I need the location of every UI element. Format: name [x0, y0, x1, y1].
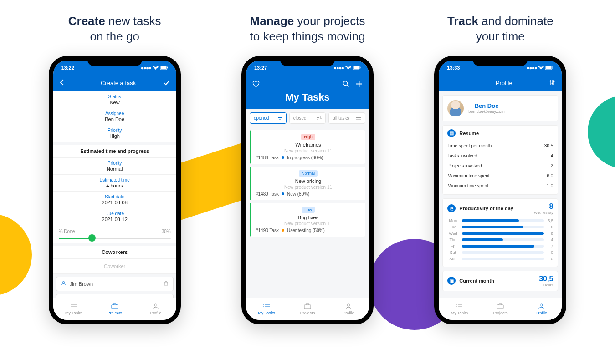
confirm-icon[interactable]: [164, 79, 170, 87]
calendar-icon: ▣: [447, 277, 456, 285]
svg-rect-7: [353, 66, 359, 69]
tab-projects[interactable]: Projects: [94, 298, 135, 320]
tab-projects[interactable]: Projects: [480, 298, 521, 320]
resume-row: Minimum time spent1.0: [447, 181, 553, 191]
resume-row: Maximum time spent6.0: [447, 171, 553, 181]
svg-point-16: [552, 82, 553, 84]
filter-closed[interactable]: closed: [289, 112, 326, 124]
resume-row: Projects involved2: [447, 161, 553, 171]
duedate-field[interactable]: Due date2021-03-12: [53, 208, 176, 225]
tab-mytasks[interactable]: My Tasks: [53, 298, 94, 320]
estimated-field[interactable]: Estimated time4 hours: [53, 175, 176, 192]
panel-manage: Manage your projects to keep things movi…: [216, 14, 399, 324]
heart-icon[interactable]: [252, 81, 260, 89]
resume-card: ▦ Resume Time spent per month30,5Tasks i…: [442, 125, 558, 195]
coworker-chip[interactable]: Jim Brown: [56, 277, 174, 291]
form-body: StatusNew AssigneeBen Doe PriorityHigh E…: [53, 91, 176, 298]
resume-row: Tasks involved4: [447, 151, 553, 161]
section-estimated: Estimated time and progress: [53, 142, 176, 158]
settings-icon[interactable]: [549, 79, 555, 87]
signal-icon: ●●●●: [141, 65, 151, 71]
screen-title: Profile: [459, 80, 549, 86]
day-row: Tue6: [447, 225, 553, 229]
month-card: ▣ Current month 30,5Hours: [442, 271, 558, 291]
done-slider[interactable]: % Done30%: [53, 225, 176, 243]
svg-point-17: [554, 81, 555, 82]
task-card[interactable]: High Wireframes New product version 11 #…: [250, 130, 365, 164]
trash-icon[interactable]: [164, 281, 169, 287]
status-field[interactable]: StatusNew: [53, 91, 176, 108]
svg-point-19: [540, 304, 543, 306]
battery-icon: [160, 65, 168, 71]
svg-rect-13: [546, 66, 552, 69]
phone-frame: 13:27 ●●●● My Tasks opened: [241, 56, 374, 324]
menu-icon: [356, 116, 361, 121]
headline-create: Create new tasks on the go: [24, 14, 206, 45]
day-row: Fri7: [447, 244, 553, 248]
day-row: Wed8: [447, 231, 553, 236]
coworker-input[interactable]: Coworker: [53, 259, 176, 274]
tab-projects[interactable]: Projects: [287, 298, 328, 320]
headline-manage: Manage your projects to keep things movi…: [216, 14, 399, 45]
filter-opened[interactable]: opened: [250, 112, 287, 124]
svg-point-3: [62, 281, 64, 283]
tab-profile[interactable]: Profile: [328, 298, 369, 320]
svg-rect-18: [497, 305, 503, 309]
panel-track: Track and dominate your time 13:33 ●●●● …: [409, 14, 591, 324]
tab-bar: My Tasks Projects Profile: [439, 298, 562, 320]
priority2-field[interactable]: PriorityNormal: [53, 158, 176, 175]
svg-point-5: [154, 304, 157, 306]
day-row: Sat0: [447, 250, 553, 255]
tab-mytasks[interactable]: My Tasks: [246, 298, 287, 320]
assignee-field[interactable]: AssigneeBen Doe: [53, 108, 176, 125]
navbar: Profile: [439, 75, 562, 91]
priority-field[interactable]: PriorityHigh: [53, 125, 176, 142]
chart-icon: ◔: [447, 204, 456, 212]
user-icon: [61, 281, 66, 287]
tab-profile[interactable]: Profile: [521, 298, 562, 320]
search-icon[interactable]: [343, 81, 349, 89]
sort-icon: [317, 116, 322, 121]
panel-create: Create new tasks on the go 13:22 ●●●● Cr…: [24, 14, 206, 324]
filter-icon: [277, 116, 282, 121]
task-list: High Wireframes New product version 11 #…: [246, 127, 369, 298]
filter-tabs: opened closed all tasks: [246, 109, 369, 127]
headline-track: Track and dominate your time: [409, 14, 591, 45]
resume-icon: ▦: [447, 129, 456, 137]
phone-frame: 13:33 ●●●● Profile Ben Doe ben.doe@easy.…: [434, 56, 566, 324]
tasks-header: My Tasks: [246, 91, 369, 109]
svg-point-11: [347, 304, 349, 306]
day-row: Mon5,5: [447, 218, 553, 223]
tab-mytasks[interactable]: My Tasks: [439, 298, 480, 320]
back-icon[interactable]: [60, 79, 64, 87]
status-time: 13:22: [62, 65, 74, 71]
svg-point-15: [550, 80, 551, 81]
wifi-icon: [538, 65, 544, 71]
navbar: Create a task: [53, 75, 176, 91]
wifi-icon: [345, 65, 351, 71]
status-time: 13:33: [447, 65, 460, 71]
svg-rect-4: [112, 305, 118, 309]
wifi-icon: [153, 65, 159, 71]
signal-icon: ●●●●: [527, 65, 537, 71]
tab-profile[interactable]: Profile: [135, 298, 176, 320]
plus-icon[interactable]: [356, 81, 363, 89]
attach-button[interactable]: Attach file: [56, 294, 174, 298]
battery-icon: [545, 65, 554, 71]
avatar: [447, 100, 464, 116]
startdate-field[interactable]: Start date2021-03-08: [53, 192, 176, 208]
filter-all[interactable]: all tasks: [328, 112, 365, 124]
svg-rect-10: [304, 305, 311, 309]
profile-header[interactable]: Ben Doe ben.doe@easy.com: [442, 95, 558, 121]
svg-rect-1: [160, 66, 166, 69]
task-card[interactable]: Low Bug fixes New product version 11 #14…: [250, 203, 365, 237]
task-card[interactable]: Normal New pricing New product version 1…: [250, 167, 365, 200]
status-time: 13:27: [254, 65, 267, 71]
screen-title: Create a task: [73, 80, 164, 86]
svg-rect-8: [360, 66, 361, 68]
signal-icon: ●●●●: [333, 65, 344, 71]
svg-rect-14: [553, 66, 554, 68]
tab-bar: My Tasks Projects Profile: [53, 298, 176, 320]
svg-point-9: [343, 81, 347, 86]
productivity-card: ◔ Productivity of the day 8Wednesday Mon…: [442, 198, 558, 267]
